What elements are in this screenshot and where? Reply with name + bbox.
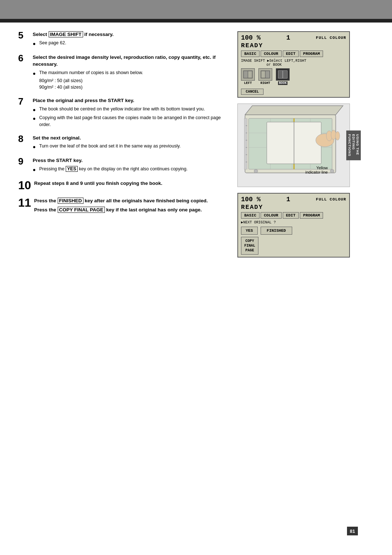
scanner-illustration-container: Yellow indicator line USING THE EDITING … [237, 104, 361, 187]
book-page-icon [278, 70, 288, 79]
svg-rect-4 [265, 71, 270, 78]
lcd-panel-1: 100 % 1 FULL COLOUR READY BASIC COLOUR E… [237, 31, 350, 98]
step-7-number: 7 [18, 97, 30, 106]
lcd1-option-book[interactable]: BOOK [276, 68, 290, 85]
step-7-bullet-2: ● Copying with the last page first cause… [33, 114, 229, 128]
bullet-dot-3: ● [33, 106, 37, 114]
lcd1-left-icon [241, 68, 255, 81]
bullet-dot-6: ● [33, 166, 37, 174]
step-7: 7 Place the original and press the START… [18, 97, 229, 128]
svg-rect-10 [283, 71, 287, 78]
lcd1-option-right[interactable]: RIGHT [258, 68, 272, 85]
step-7-title: Place the original and press the START k… [33, 97, 229, 104]
step-5-content: Select IMAGE SHIFT if necessary. ● See p… [33, 31, 229, 48]
lcd-panel-2: 100 % 1 FULL COLOUR READY BASIC COLOUR E… [237, 193, 350, 258]
scanner-svg [238, 104, 350, 187]
step-9-body: ● Pressing the YES key on the display on… [33, 166, 229, 174]
step-6: 6 Select the desired image density level… [18, 54, 229, 91]
step-6-bullet-1: ● The maximum number of copies is as sho… [33, 69, 229, 77]
step-6-indent-1: 80g/m² : 50 (all sizes) [39, 77, 229, 84]
yes-label: YES [66, 166, 78, 172]
side-tab-using: USING THE EDITING FUNCTIONS [346, 130, 361, 160]
svg-rect-1 [244, 71, 248, 78]
lcd2-tab-program[interactable]: PROGRAM [300, 212, 323, 219]
lcd1-info: IMAGE SHIFT ▶Select LEFT,RIGHT [241, 58, 346, 63]
black-bar [0, 19, 392, 23]
lcd1-tab-edit[interactable]: EDIT [283, 50, 299, 57]
step-9-bullet-1-text: Pressing the YES key on the display on t… [39, 166, 188, 173]
step-5-bullet-1-text: See page 62. [39, 40, 66, 46]
lcd1-tab-colour[interactable]: COLOUR [261, 50, 282, 57]
svg-marker-12 [245, 106, 343, 115]
indicator-line-text: indicator line [305, 170, 328, 174]
step-5-bullet-1: ● See page 62. [33, 40, 229, 48]
side-tab-line2: EDITING [351, 134, 355, 157]
lcd2-finished-button[interactable]: FINISHED [261, 227, 292, 235]
step-5-body: ● See page 62. [33, 40, 229, 48]
step-7-bullet-1: ● The book should be centred on the yell… [33, 106, 229, 114]
step-9-title: Press the START key. [33, 157, 229, 164]
step-9: 9 Press the START key. ● Pressing the YE… [18, 157, 229, 174]
step-8-bullet-1: ● Turn over the leaf of the book and set… [33, 143, 229, 151]
lcd2-tab-colour[interactable]: COLOUR [261, 212, 282, 219]
step-5-number: 5 [18, 31, 30, 40]
bullet-dot-2: ● [33, 70, 37, 77]
yellow-indicator-caption: Yellow indicator line [305, 166, 328, 174]
lcd1-percent: 100 % [241, 34, 261, 41]
step-9-content: Press the START key. ● Pressing the YES … [33, 157, 229, 174]
finished-label: FINISHED [58, 198, 83, 204]
step-6-content: Select the desired image density level, … [33, 54, 229, 91]
step-11-content: Press the FINISHED key after all the ori… [34, 198, 229, 214]
step-7-bullet-1-text: The book should be centred on the yellow… [39, 106, 205, 113]
lcd2-ready: READY [241, 204, 346, 211]
lcd-top-row-1: 100 % 1 FULL COLOUR [241, 34, 346, 41]
step-9-bullet-1: ● Pressing the YES key on the display on… [33, 166, 229, 174]
scanner-illustration: Yellow indicator line [237, 104, 350, 187]
step-11-title-2: Press the COPY FINAL PAGE key if the las… [34, 207, 229, 214]
lcd1-cancel-button[interactable]: CANCEL [241, 89, 264, 95]
lcd1-book-label: BOOK [278, 81, 287, 85]
step-10-number: 10 [18, 179, 31, 191]
lcd1-count: 1 [286, 34, 290, 41]
step-11-number: 11 [18, 197, 31, 208]
left-column: 5 Select IMAGE SHIFT if necessary. ● See… [18, 31, 229, 258]
lcd1-option-left[interactable]: LEFT [241, 68, 255, 85]
svg-point-33 [254, 169, 258, 173]
step-7-bullet-2-text: Copying with the last page first causes … [39, 114, 229, 128]
step-8-number: 8 [18, 134, 30, 143]
step-11-title-1: Press the FINISHED key after all the ori… [34, 198, 229, 204]
page-number-box: 81 [347, 527, 358, 535]
lcd1-tab-basic[interactable]: BASIC [241, 50, 260, 57]
step-8-title: Set the next original. [33, 135, 229, 142]
yellow-caption-text: Yellow [305, 166, 328, 170]
step-5: 5 Select IMAGE SHIFT if necessary. ● See… [18, 31, 229, 48]
lcd2-yes-button[interactable]: YES [241, 227, 258, 235]
lcd2-page-label: PAGE [244, 248, 255, 253]
svg-point-25 [335, 131, 340, 140]
step-8-bullet-1-text: Turn over the leaf of the book and set i… [39, 143, 181, 150]
step-7-body: ● The book should be centred on the yell… [33, 106, 229, 128]
lcd2-tab-edit[interactable]: EDIT [283, 212, 299, 219]
lcd1-tab-program[interactable]: PROGRAM [300, 50, 323, 57]
lcd2-tabs: BASIC COLOUR EDIT PROGRAM [241, 212, 346, 219]
step-11: 11 Press the FINISHED key after all the … [18, 198, 229, 214]
lcd2-copy-label: COPY [244, 239, 255, 243]
lcd2-count: 1 [286, 196, 290, 203]
step-8-content: Set the next original. ● Turn over the l… [33, 135, 229, 151]
step-10: 10 Repeat steps 8 and 9 until you finish… [18, 180, 229, 191]
step-6-bullet-1-text: The maximum number of copies is as shown… [39, 69, 143, 76]
lcd2-copy-final-button[interactable]: COPY FINAL PAGE [241, 237, 258, 255]
lcd2-tab-basic[interactable]: BASIC [241, 212, 260, 219]
lcd2-info-row: ▶NEXT ORIGINAL ? [241, 220, 346, 224]
image-shift-label: IMAGE SHIFT [49, 31, 83, 37]
step-6-number: 6 [18, 53, 30, 63]
copy-final-page-label: COPY FINAL PAGE [58, 207, 105, 213]
left-page-icon [243, 70, 253, 79]
svg-point-34 [330, 169, 334, 173]
step-6-body: ● The maximum number of copies is as sho… [33, 69, 229, 91]
lcd1-left-label: LEFT [244, 81, 252, 85]
step-8: 8 Set the next original. ● Turn over the… [18, 135, 229, 151]
lcd1-label: FULL COLOUR [316, 36, 346, 40]
step-10-title: Repeat steps 8 and 9 until you finish co… [34, 180, 229, 187]
step-9-number: 9 [18, 157, 30, 166]
